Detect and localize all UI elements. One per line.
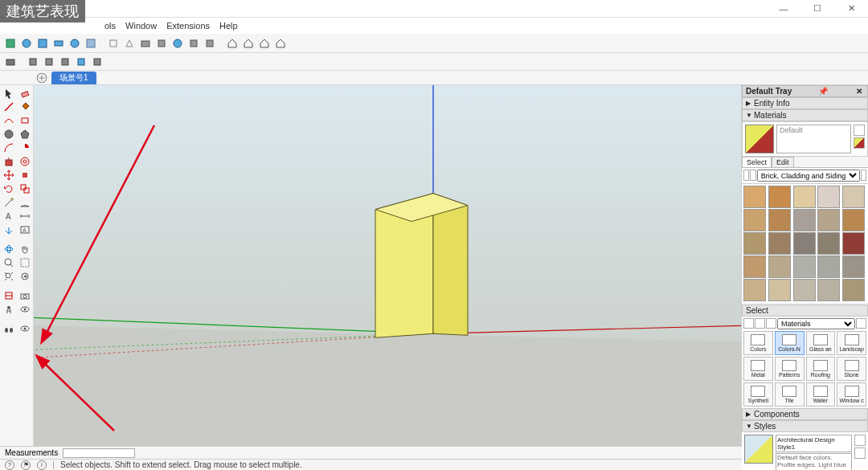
material-swatch[interactable] [842,255,865,278]
3dtext-tool-icon[interactable]: A [18,223,32,236]
tool-icon[interactable] [42,55,56,69]
move-tool-icon[interactable] [2,169,16,182]
materials-tab-select[interactable]: Select [742,157,772,167]
pushpull-tool-icon[interactable] [2,155,16,168]
zoomwindow-tool-icon[interactable] [18,256,32,269]
component-category[interactable]: Colors-N [775,331,805,355]
tool-icon[interactable] [186,36,201,51]
zoom-tool-icon[interactable] [2,256,16,269]
home-icon[interactable] [225,36,240,51]
tape-tool-icon[interactable] [2,196,16,209]
material-swatch[interactable] [793,279,816,301]
viewport-3d[interactable] [34,85,741,446]
menu-tools[interactable]: ols [104,21,116,31]
tool-icon[interactable] [3,55,18,69]
minimize-button[interactable]: — [767,0,800,18]
component-category[interactable]: Water [806,382,836,407]
tool-icon[interactable] [51,36,66,51]
material-swatch[interactable] [768,186,791,208]
component-category[interactable]: Landscap [837,331,866,355]
tray-header[interactable]: Default Tray📌✕ [742,85,868,97]
protractor-tool-icon[interactable] [18,196,32,209]
material-swatch[interactable] [817,279,840,301]
material-swatch[interactable] [817,209,840,231]
tray-pin-icon[interactable]: 📌 [818,87,828,96]
material-swatch[interactable] [817,255,840,278]
component-category[interactable]: Patterns [775,357,805,381]
style-new-icon[interactable] [854,448,866,459]
current-material-swatch[interactable] [745,125,774,153]
components-header[interactable]: ▶Components [742,408,868,420]
material-swatch[interactable] [842,232,865,255]
home-icon[interactable] [257,36,272,51]
fwd-icon[interactable] [755,318,765,329]
freehand-tool-icon[interactable] [2,114,16,127]
material-swatch[interactable] [743,279,766,301]
eraser-tool-icon[interactable] [18,87,32,100]
entity-info-header[interactable]: ▶Entity Info [742,97,868,109]
add-scene-button[interactable] [35,72,48,84]
axes-tool-icon[interactable] [2,223,16,236]
line-tool-icon[interactable] [2,100,16,113]
menu-window[interactable]: Window [125,21,157,31]
select-tool-icon[interactable] [2,87,16,100]
tool-icon[interactable] [138,36,153,51]
help-icon[interactable]: ? [5,460,14,470]
tool-icon[interactable] [106,36,121,51]
component-category[interactable]: Roofing [806,357,836,381]
menu-help[interactable]: Help [219,21,238,31]
material-swatch[interactable] [842,279,865,301]
tool-icon[interactable] [19,36,34,51]
circle-tool-icon[interactable] [2,128,16,141]
arc-tool-icon[interactable] [2,141,16,154]
materials-header[interactable]: ▼Materials [742,109,868,121]
tool-icon[interactable] [58,55,72,69]
tool-icon[interactable] [74,55,88,69]
style-desc-field[interactable]: Default face colors. Profile edges. Ligh… [776,453,852,470]
default-material-icon[interactable] [854,137,865,149]
material-name-field[interactable]: Default [776,125,851,153]
pan-tool-icon[interactable] [18,243,32,255]
menu-extensions[interactable]: Extensions [166,21,210,31]
styles-header[interactable]: ▼Styles [742,420,868,432]
tool-icon[interactable] [26,55,40,69]
component-category[interactable]: Colors [743,331,773,355]
material-swatch[interactable] [793,232,816,255]
tool-icon[interactable] [90,55,104,69]
material-swatch[interactable] [793,209,816,231]
pie-tool-icon[interactable] [18,141,32,154]
zoomextents-tool-icon[interactable] [2,270,16,283]
home-icon[interactable] [241,36,256,51]
components-library-select[interactable]: Materials [777,318,855,329]
look-around-icon[interactable] [18,303,32,316]
measurements-input[interactable] [63,448,135,458]
paintbucket-tool-icon[interactable] [18,100,32,113]
position-camera-icon[interactable] [2,303,16,316]
materials-library-select[interactable]: Brick, Cladding and Siding [757,170,860,182]
offset-tool-icon[interactable] [18,155,32,168]
material-swatch[interactable] [768,209,791,231]
back-icon[interactable] [743,170,749,181]
maximize-button[interactable]: ☐ [800,0,834,18]
scene-tab[interactable]: 场景号1 [51,72,96,84]
material-swatch[interactable] [793,255,816,278]
material-swatch[interactable] [743,186,766,208]
material-swatch[interactable] [743,232,766,255]
style-update-icon[interactable] [854,435,866,446]
scale-tool-icon[interactable] [18,182,32,195]
rect-tool-icon[interactable] [18,114,32,127]
look-tool-icon[interactable] [18,322,32,335]
tool-icon[interactable] [68,36,82,51]
style-name-field[interactable]: Architectural Design Style1 [776,435,852,452]
material-swatch[interactable] [793,186,816,208]
polygon-tool-icon[interactable] [18,128,32,141]
rotate-tool-icon[interactable] [2,182,16,195]
tray-close-icon[interactable]: ✕ [854,87,864,96]
tool-icon[interactable] [35,36,50,51]
followme-tool-icon[interactable] [18,169,32,182]
component-category[interactable]: Stone [837,357,866,381]
close-button[interactable]: ✕ [834,0,868,18]
material-swatch[interactable] [743,209,766,231]
menu-icon[interactable] [856,318,866,329]
tool-icon[interactable] [154,36,169,51]
